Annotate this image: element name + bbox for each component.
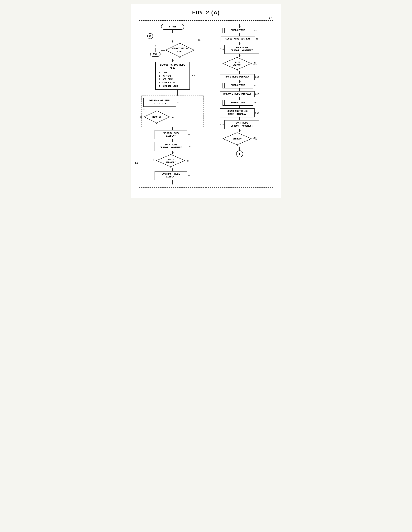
svg-text:WOOFER?: WOOFER? — [233, 64, 242, 66]
subroutine1: SUBROUTINE — [223, 28, 253, 33]
svg-marker-5 — [157, 154, 185, 167]
demo-mode-wrap: DEMONSTRATION MODEMENU 1 TIME 2 ON TIME … — [155, 62, 190, 90]
s5-label: S5 — [188, 133, 190, 136]
picture-mode-row: PICTURE MODEDISPLAY S5 — [155, 130, 190, 139]
arrow-2 — [172, 40, 173, 42]
display-menu-row: DISPLAY OF MENU1.2.3.4.5 S3 — [143, 98, 202, 107]
page: FIG. 2 (A) L1 START ST S1 — [131, 4, 281, 198]
left-section: L1 START ST S1 — [139, 20, 206, 188]
l1-label: L1 — [135, 162, 138, 164]
arrow-9 — [172, 169, 173, 171]
each-mode-s15-row: Si5 EACH MODECURSOR MOVEMENT — [220, 120, 259, 129]
each-mode-s10-row: S10 EACH MODECURSOR MOVEMENT — [220, 45, 259, 54]
right-section: L2 SUBROUTINE SS SOUND MODE DISPLAY S9 — [206, 20, 273, 188]
subroutine2: SUBROUTINE — [223, 83, 253, 88]
arrow-7 — [172, 139, 173, 142]
stereo-row: STEREO? N Y S16 — [222, 132, 257, 147]
arrow-8 — [172, 151, 173, 154]
svg-text:WHITE: WHITE — [167, 158, 174, 161]
arrow-r5 — [239, 71, 240, 74]
menu-items: 1 TIME 2 ON TIME 3 OFF TIME 4 CALCULATOR… — [158, 71, 187, 88]
n-label-stereo: N — [254, 137, 255, 139]
start-terminal: START — [161, 24, 184, 30]
arrow-10 — [172, 180, 173, 184]
si5-label: Si5 — [220, 124, 224, 126]
diamond-svg-stereo: STEREO? — [222, 132, 252, 146]
y-label-sw: Y — [236, 69, 238, 72]
menu5-row: N MENU 5? Y S4 — [143, 110, 202, 125]
s4-label: S4 — [171, 116, 174, 119]
svg-marker-8 — [223, 57, 251, 70]
s3-label: S3 — [177, 101, 179, 104]
svg-text:SUPER: SUPER — [234, 61, 240, 64]
arrow-r1 — [239, 24, 240, 28]
s7-label: S7 — [186, 160, 189, 162]
contrast-mode-row: CONTRAST MODEDISPLAY S8 — [155, 171, 190, 180]
svg-text:BALANCE?: BALANCE? — [166, 161, 176, 163]
each-mode-cursor-s15: EACH MODECURSOR MOVEMENT — [225, 120, 259, 129]
display-of-menu: DISPLAY OF MENU1.2.3.4.5 — [143, 98, 176, 107]
s12-label: S12 — [255, 76, 259, 78]
out-terminal: OUT — [150, 52, 160, 57]
picture-mode-display: PICTURE MODEDISPLAY — [155, 130, 187, 139]
svg-marker-0 — [166, 43, 194, 57]
y-label-stereo: Y — [236, 145, 238, 147]
s1-row: S1 — [198, 39, 200, 41]
diamond-svg-menu5: MENU 5? — [143, 110, 170, 124]
each-mode-cursor-s6: EACH MODECURSOR MOVEMENT — [155, 142, 187, 151]
ss3-label: SS — [254, 102, 256, 104]
arrow-6 — [172, 127, 173, 130]
diamond-svg-sw: SUPER WOOFER? — [222, 57, 252, 70]
ss2-label: SS — [254, 85, 256, 87]
out-col: N OUT — [150, 45, 160, 57]
arrow-4 — [177, 94, 177, 95]
l2-label: L2 — [269, 17, 272, 20]
subroutine3: SUBROUTINE — [223, 100, 253, 106]
arrow-r6 — [239, 80, 240, 83]
menu5-diamond-wrap: MENU 5? Y — [143, 110, 170, 125]
arrow-r10 — [239, 117, 240, 120]
diamond-svg-wb: WHITE BALANCE? — [156, 154, 186, 168]
right-flow: SUBROUTINE SS SOUND MODE DISPLAY S9 S10 … — [208, 24, 271, 157]
arrow-3 — [172, 59, 173, 62]
s2-label: S2 — [192, 75, 195, 77]
demo-mode-row: DEMONSTRATION MODEMENU 1 TIME 2 ON TIME … — [155, 62, 190, 90]
white-balance-diamond: WHITE BALANCE? Y — [156, 154, 186, 169]
ss1-label: SS — [254, 29, 256, 32]
s13-label: S13 — [255, 93, 259, 95]
y-label-wb: Y — [170, 167, 172, 169]
stereo-diamond: STEREO? N Y — [222, 132, 252, 147]
svg-text:MENU 5?: MENU 5? — [152, 116, 161, 118]
each-mode-cursor-s10: EACH MODECURSOR MOVEMENT — [225, 45, 259, 54]
vline-menu — [177, 90, 177, 94]
sound-mode-display: SOUND MODE DISPLAY — [221, 36, 255, 42]
inner-dashed-left: DISPLAY OF MENU1.2.3.4.5 S3 N MENU 5? — [141, 95, 204, 127]
subroutine1-row: SUBROUTINE SS — [223, 28, 256, 33]
subroutine2-row: SUBROUTINE SS — [223, 83, 256, 88]
arrow-r4 — [239, 54, 240, 57]
hline-st — [153, 36, 161, 36]
balance-mode-display: BALANCE MODE DISPLAY — [220, 91, 255, 97]
arrow-1 — [172, 30, 173, 33]
s9-label: S9 — [256, 38, 258, 40]
n-label-demo: N — [155, 45, 156, 47]
arrow-r7 — [239, 88, 240, 91]
n-label-sw: N — [254, 62, 255, 64]
base-mode-display: BASE MODE DISPLAY — [220, 74, 255, 80]
connector-1: 1 — [236, 150, 243, 157]
arrow-r8 — [239, 97, 240, 100]
n-label-menu5: N — [140, 116, 142, 118]
subroutine3-row: SUBROUTINE SS — [223, 100, 256, 106]
svg-text:KEY?: KEY? — [177, 50, 182, 53]
page-title: FIG. 2 (A) — [139, 10, 273, 16]
sound-multiplex-display: SOUND MULTIPLEXMODE DISPLAY — [220, 108, 255, 117]
svg-text:STEREO?: STEREO? — [233, 138, 242, 140]
y-label-demo: Y — [179, 57, 181, 59]
sound-multiplex-row: SOUND MULTIPLEXMODE DISPLAY S14 — [220, 108, 259, 117]
svg-text:DEMONSTRATION: DEMONSTRATION — [172, 47, 188, 49]
white-balance-row: N WHITE BALANCE? Y S7 — [156, 154, 189, 169]
st-connector: ST — [147, 33, 153, 39]
super-woofer-row: SUPER WOOFER? N Y S11 — [222, 57, 257, 71]
demo-key-diamond: DEMONSTRATION KEY? Y — [165, 42, 195, 59]
s6-label: S6 — [188, 145, 190, 148]
